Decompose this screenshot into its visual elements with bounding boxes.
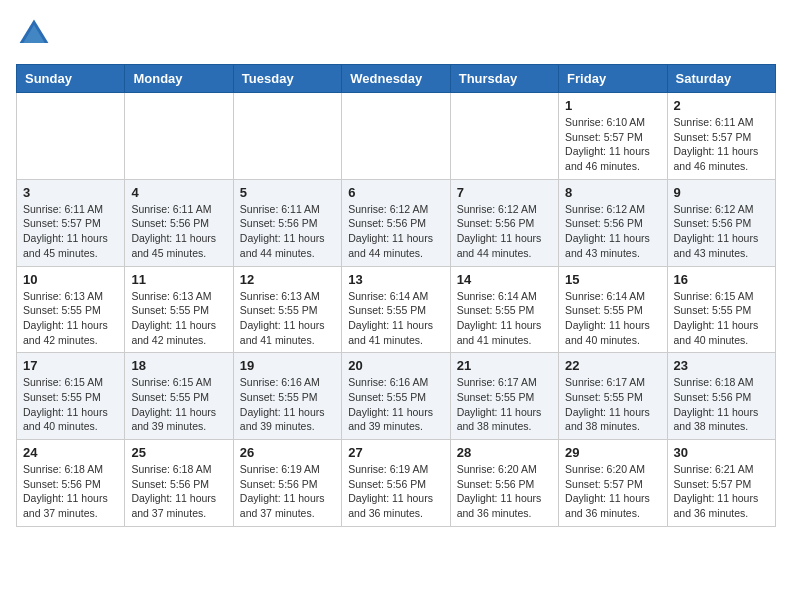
- day-info: Sunrise: 6:18 AMSunset: 5:56 PMDaylight:…: [674, 375, 769, 434]
- day-info: Sunrise: 6:15 AMSunset: 5:55 PMDaylight:…: [131, 375, 226, 434]
- day-info: Sunrise: 6:15 AMSunset: 5:55 PMDaylight:…: [674, 289, 769, 348]
- day-number: 10: [23, 272, 118, 287]
- calendar-cell: 22Sunrise: 6:17 AMSunset: 5:55 PMDayligh…: [559, 353, 667, 440]
- calendar: SundayMondayTuesdayWednesdayThursdayFrid…: [16, 64, 776, 527]
- calendar-cell: 9Sunrise: 6:12 AMSunset: 5:56 PMDaylight…: [667, 179, 775, 266]
- calendar-cell: 25Sunrise: 6:18 AMSunset: 5:56 PMDayligh…: [125, 440, 233, 527]
- calendar-cell: 11Sunrise: 6:13 AMSunset: 5:55 PMDayligh…: [125, 266, 233, 353]
- calendar-cell: 19Sunrise: 6:16 AMSunset: 5:55 PMDayligh…: [233, 353, 341, 440]
- day-info: Sunrise: 6:13 AMSunset: 5:55 PMDaylight:…: [131, 289, 226, 348]
- calendar-week-5: 24Sunrise: 6:18 AMSunset: 5:56 PMDayligh…: [17, 440, 776, 527]
- day-number: 23: [674, 358, 769, 373]
- day-info: Sunrise: 6:14 AMSunset: 5:55 PMDaylight:…: [348, 289, 443, 348]
- day-info: Sunrise: 6:18 AMSunset: 5:56 PMDaylight:…: [23, 462, 118, 521]
- calendar-cell: [342, 93, 450, 180]
- calendar-cell: 2Sunrise: 6:11 AMSunset: 5:57 PMDaylight…: [667, 93, 775, 180]
- calendar-cell: 12Sunrise: 6:13 AMSunset: 5:55 PMDayligh…: [233, 266, 341, 353]
- day-number: 12: [240, 272, 335, 287]
- calendar-cell: 29Sunrise: 6:20 AMSunset: 5:57 PMDayligh…: [559, 440, 667, 527]
- day-info: Sunrise: 6:12 AMSunset: 5:56 PMDaylight:…: [457, 202, 552, 261]
- day-info: Sunrise: 6:18 AMSunset: 5:56 PMDaylight:…: [131, 462, 226, 521]
- logo-icon: [16, 16, 52, 52]
- day-info: Sunrise: 6:20 AMSunset: 5:56 PMDaylight:…: [457, 462, 552, 521]
- calendar-cell: [17, 93, 125, 180]
- day-number: 3: [23, 185, 118, 200]
- logo: [16, 16, 58, 52]
- calendar-cell: 10Sunrise: 6:13 AMSunset: 5:55 PMDayligh…: [17, 266, 125, 353]
- day-number: 8: [565, 185, 660, 200]
- day-number: 17: [23, 358, 118, 373]
- day-info: Sunrise: 6:16 AMSunset: 5:55 PMDaylight:…: [348, 375, 443, 434]
- day-header-friday: Friday: [559, 65, 667, 93]
- day-number: 14: [457, 272, 552, 287]
- day-info: Sunrise: 6:17 AMSunset: 5:55 PMDaylight:…: [565, 375, 660, 434]
- day-number: 4: [131, 185, 226, 200]
- calendar-cell: 20Sunrise: 6:16 AMSunset: 5:55 PMDayligh…: [342, 353, 450, 440]
- day-number: 16: [674, 272, 769, 287]
- day-number: 15: [565, 272, 660, 287]
- day-number: 21: [457, 358, 552, 373]
- day-info: Sunrise: 6:19 AMSunset: 5:56 PMDaylight:…: [348, 462, 443, 521]
- calendar-header-row: SundayMondayTuesdayWednesdayThursdayFrid…: [17, 65, 776, 93]
- day-info: Sunrise: 6:11 AMSunset: 5:57 PMDaylight:…: [23, 202, 118, 261]
- day-header-saturday: Saturday: [667, 65, 775, 93]
- day-number: 29: [565, 445, 660, 460]
- calendar-cell: 27Sunrise: 6:19 AMSunset: 5:56 PMDayligh…: [342, 440, 450, 527]
- day-number: 24: [23, 445, 118, 460]
- day-info: Sunrise: 6:11 AMSunset: 5:56 PMDaylight:…: [131, 202, 226, 261]
- calendar-cell: 30Sunrise: 6:21 AMSunset: 5:57 PMDayligh…: [667, 440, 775, 527]
- calendar-cell: [125, 93, 233, 180]
- day-info: Sunrise: 6:20 AMSunset: 5:57 PMDaylight:…: [565, 462, 660, 521]
- day-number: 19: [240, 358, 335, 373]
- day-header-sunday: Sunday: [17, 65, 125, 93]
- day-info: Sunrise: 6:21 AMSunset: 5:57 PMDaylight:…: [674, 462, 769, 521]
- day-number: 28: [457, 445, 552, 460]
- calendar-cell: 13Sunrise: 6:14 AMSunset: 5:55 PMDayligh…: [342, 266, 450, 353]
- calendar-cell: 16Sunrise: 6:15 AMSunset: 5:55 PMDayligh…: [667, 266, 775, 353]
- day-number: 7: [457, 185, 552, 200]
- day-info: Sunrise: 6:14 AMSunset: 5:55 PMDaylight:…: [457, 289, 552, 348]
- day-number: 6: [348, 185, 443, 200]
- calendar-week-2: 3Sunrise: 6:11 AMSunset: 5:57 PMDaylight…: [17, 179, 776, 266]
- calendar-week-3: 10Sunrise: 6:13 AMSunset: 5:55 PMDayligh…: [17, 266, 776, 353]
- calendar-cell: 5Sunrise: 6:11 AMSunset: 5:56 PMDaylight…: [233, 179, 341, 266]
- day-header-tuesday: Tuesday: [233, 65, 341, 93]
- day-header-monday: Monday: [125, 65, 233, 93]
- calendar-cell: 7Sunrise: 6:12 AMSunset: 5:56 PMDaylight…: [450, 179, 558, 266]
- calendar-cell: 23Sunrise: 6:18 AMSunset: 5:56 PMDayligh…: [667, 353, 775, 440]
- day-info: Sunrise: 6:12 AMSunset: 5:56 PMDaylight:…: [565, 202, 660, 261]
- day-header-wednesday: Wednesday: [342, 65, 450, 93]
- day-number: 2: [674, 98, 769, 113]
- day-info: Sunrise: 6:17 AMSunset: 5:55 PMDaylight:…: [457, 375, 552, 434]
- day-number: 27: [348, 445, 443, 460]
- day-info: Sunrise: 6:13 AMSunset: 5:55 PMDaylight:…: [23, 289, 118, 348]
- calendar-cell: 17Sunrise: 6:15 AMSunset: 5:55 PMDayligh…: [17, 353, 125, 440]
- day-info: Sunrise: 6:15 AMSunset: 5:55 PMDaylight:…: [23, 375, 118, 434]
- day-number: 20: [348, 358, 443, 373]
- calendar-cell: 3Sunrise: 6:11 AMSunset: 5:57 PMDaylight…: [17, 179, 125, 266]
- header: [16, 16, 776, 52]
- calendar-cell: 26Sunrise: 6:19 AMSunset: 5:56 PMDayligh…: [233, 440, 341, 527]
- day-info: Sunrise: 6:10 AMSunset: 5:57 PMDaylight:…: [565, 115, 660, 174]
- calendar-cell: 6Sunrise: 6:12 AMSunset: 5:56 PMDaylight…: [342, 179, 450, 266]
- day-number: 26: [240, 445, 335, 460]
- calendar-cell: 24Sunrise: 6:18 AMSunset: 5:56 PMDayligh…: [17, 440, 125, 527]
- calendar-cell: 14Sunrise: 6:14 AMSunset: 5:55 PMDayligh…: [450, 266, 558, 353]
- calendar-cell: 8Sunrise: 6:12 AMSunset: 5:56 PMDaylight…: [559, 179, 667, 266]
- calendar-cell: 18Sunrise: 6:15 AMSunset: 5:55 PMDayligh…: [125, 353, 233, 440]
- day-number: 5: [240, 185, 335, 200]
- calendar-cell: 21Sunrise: 6:17 AMSunset: 5:55 PMDayligh…: [450, 353, 558, 440]
- calendar-cell: [233, 93, 341, 180]
- day-info: Sunrise: 6:13 AMSunset: 5:55 PMDaylight:…: [240, 289, 335, 348]
- day-number: 18: [131, 358, 226, 373]
- calendar-cell: 28Sunrise: 6:20 AMSunset: 5:56 PMDayligh…: [450, 440, 558, 527]
- day-number: 11: [131, 272, 226, 287]
- calendar-cell: 15Sunrise: 6:14 AMSunset: 5:55 PMDayligh…: [559, 266, 667, 353]
- day-number: 1: [565, 98, 660, 113]
- day-number: 30: [674, 445, 769, 460]
- day-info: Sunrise: 6:11 AMSunset: 5:56 PMDaylight:…: [240, 202, 335, 261]
- day-info: Sunrise: 6:12 AMSunset: 5:56 PMDaylight:…: [348, 202, 443, 261]
- day-info: Sunrise: 6:19 AMSunset: 5:56 PMDaylight:…: [240, 462, 335, 521]
- day-header-thursday: Thursday: [450, 65, 558, 93]
- day-info: Sunrise: 6:11 AMSunset: 5:57 PMDaylight:…: [674, 115, 769, 174]
